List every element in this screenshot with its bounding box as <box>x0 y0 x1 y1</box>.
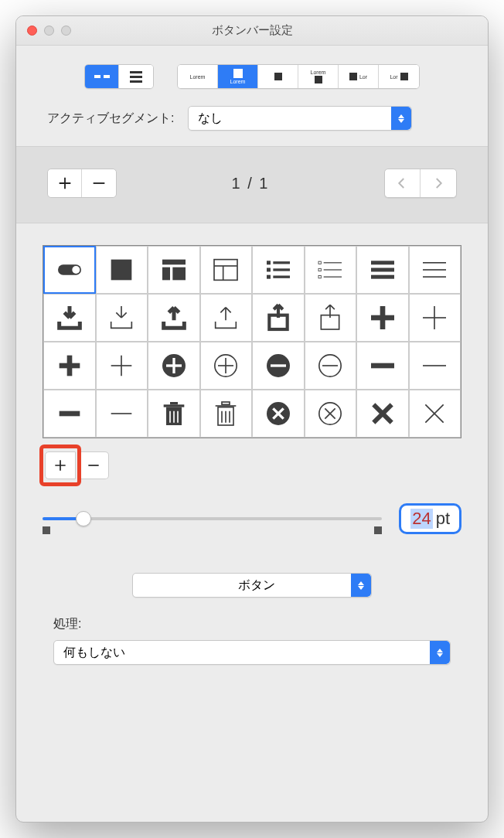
icon-cell-trash-fill[interactable] <box>148 390 200 438</box>
orientation-vertical-button[interactable] <box>119 65 153 88</box>
size-unit: pt <box>436 509 450 529</box>
zoom-window-button[interactable] <box>61 26 71 36</box>
labelpos-3-button[interactable] <box>258 65 298 88</box>
icon-cell-toggle[interactable] <box>43 246 96 294</box>
svg-rect-3 <box>111 260 132 281</box>
labelpos-1-button[interactable]: Lorem <box>178 65 218 88</box>
action-select[interactable]: 何もしない <box>53 640 451 665</box>
size-slider[interactable] <box>43 506 382 531</box>
svg-rect-5 <box>162 267 170 281</box>
icon-cell-download[interactable] <box>96 294 148 342</box>
svg-rect-14 <box>267 275 271 279</box>
icon-cell-download-fill[interactable] <box>43 294 96 342</box>
square-icon <box>349 73 357 80</box>
icon-cell-plus-circle-fill[interactable] <box>148 342 200 390</box>
icon-cell-minus-circle[interactable] <box>305 342 357 390</box>
slider-track <box>43 517 382 520</box>
icon-cell-x-thin[interactable] <box>409 390 461 438</box>
page-nav-group <box>384 169 457 198</box>
labelpos-6-button[interactable]: Lor <box>379 65 419 88</box>
icon-cell-menu-thin[interactable] <box>409 246 461 294</box>
svg-rect-20 <box>318 276 321 278</box>
bars-icon <box>130 71 142 83</box>
orientation-horizontal-button[interactable] <box>85 65 119 88</box>
size-slider-row: 24 pt <box>16 483 488 542</box>
add-button[interactable] <box>48 169 82 197</box>
icon-cell-x-circle-fill[interactable] <box>252 390 305 438</box>
x-circle-fill-icon <box>263 398 294 429</box>
close-window-button[interactable] <box>27 26 37 36</box>
icon-cell-plus-circle[interactable] <box>200 342 253 390</box>
icon-cell-minus-thin[interactable] <box>409 342 461 390</box>
icon-cell-minus-bold2[interactable] <box>43 390 96 438</box>
icon-cell-list-thin[interactable] <box>305 246 357 294</box>
icon-cell-layout-1[interactable] <box>148 246 200 294</box>
labelpos-2-button[interactable]: Lorem <box>218 65 258 88</box>
icon-cell-share-fill[interactable] <box>252 294 305 342</box>
icon-cell-x-bold[interactable] <box>356 390 409 438</box>
chevron-right-icon <box>431 176 445 190</box>
icon-cell-plus-thin[interactable] <box>409 294 461 342</box>
slider-tick-min <box>43 526 50 534</box>
pager-band: 1 / 1 <box>16 146 488 223</box>
icon-cell-minus-thin2[interactable] <box>96 390 148 438</box>
icon-cell-layout-2[interactable] <box>200 246 253 294</box>
type-select-value: ボタン <box>238 577 275 594</box>
list-thin-icon <box>315 254 346 285</box>
svg-rect-15 <box>273 276 290 278</box>
icon-grid-wrap <box>16 223 488 443</box>
icon-cell-plus-thin2[interactable] <box>96 342 148 390</box>
remove-button[interactable] <box>82 169 116 197</box>
dash-icon <box>94 75 110 78</box>
svg-rect-74 <box>88 465 98 466</box>
labelpos-5-button[interactable]: Lor <box>339 65 379 88</box>
type-select[interactable]: ボタン <box>132 573 372 598</box>
svg-rect-40 <box>166 364 182 366</box>
icon-cell-upload-fill[interactable] <box>148 294 200 342</box>
svg-rect-22 <box>371 261 394 264</box>
download-icon <box>106 302 137 333</box>
plus-icon <box>56 175 73 192</box>
minimize-window-button[interactable] <box>44 26 54 36</box>
add-remove-group <box>47 169 117 198</box>
bottom-section: ボタン 処理: 何もしない <box>16 542 488 673</box>
icon-cell-share[interactable] <box>305 294 357 342</box>
toggle-icon <box>54 254 85 285</box>
icon-cell-trash[interactable] <box>200 390 253 438</box>
layout-2-icon <box>210 254 241 285</box>
svg-rect-53 <box>163 404 184 407</box>
add-icon-button[interactable] <box>45 451 76 479</box>
style-row: Lorem Lorem Lorem Lor Lor <box>16 46 488 100</box>
minus-circle-icon <box>315 350 346 381</box>
svg-rect-18 <box>318 268 321 271</box>
icon-cell-plus-bold[interactable] <box>356 294 409 342</box>
slider-tick-max <box>374 526 382 534</box>
icon-cell-list-fill[interactable] <box>252 246 305 294</box>
icon-cell-upload[interactable] <box>200 294 253 342</box>
menu-thin-icon <box>419 254 450 285</box>
remove-icon-button[interactable] <box>78 451 109 479</box>
slider-thumb[interactable] <box>76 511 91 526</box>
plus-icon <box>53 458 68 473</box>
icon-cell-minus-circle-fill[interactable] <box>252 342 305 390</box>
icon-cell-x-circle[interactable] <box>305 390 357 438</box>
icon-cell-square-fill[interactable] <box>96 246 148 294</box>
size-value-field[interactable]: 24 pt <box>399 503 461 534</box>
svg-rect-7 <box>214 260 237 281</box>
x-circle-icon <box>315 398 346 429</box>
plus-bold2-icon <box>54 350 85 381</box>
labelpos-4-button[interactable]: Lorem <box>298 65 339 88</box>
svg-rect-45 <box>271 364 286 366</box>
minus-circle-fill-icon <box>263 350 294 381</box>
minus-icon <box>86 458 101 473</box>
icon-cell-plus-bold2[interactable] <box>43 342 96 390</box>
svg-rect-0 <box>94 182 105 184</box>
active-segment-select[interactable]: なし <box>188 106 412 131</box>
icon-cell-minus-bold[interactable] <box>356 342 409 390</box>
prev-page-button[interactable] <box>385 169 421 197</box>
square-fill-icon <box>106 254 137 285</box>
icon-cell-menu-thick[interactable] <box>356 246 409 294</box>
svg-rect-54 <box>170 402 178 404</box>
next-page-button[interactable] <box>421 169 456 197</box>
square-icon <box>233 69 243 78</box>
